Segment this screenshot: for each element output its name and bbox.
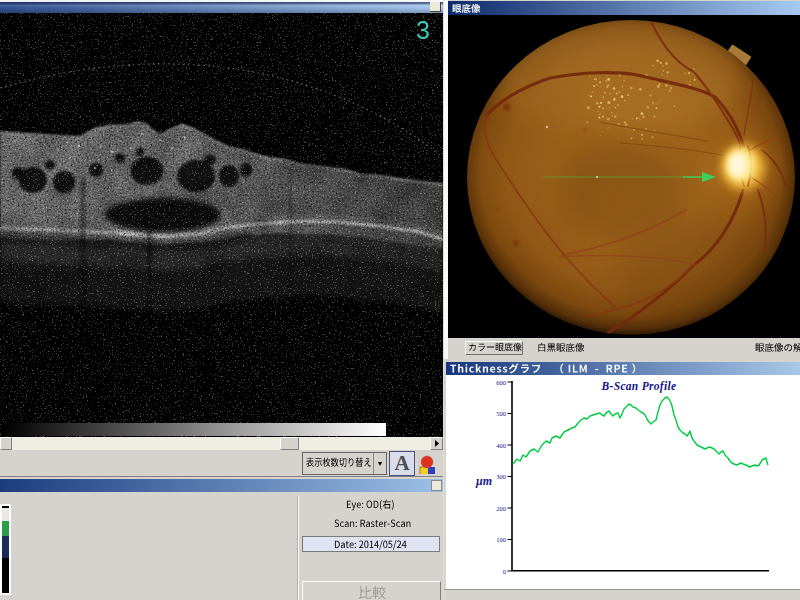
svg-text:500: 500 <box>496 410 506 417</box>
svg-text:200: 200 <box>496 505 506 512</box>
svg-text:B-Scan Profile: B-Scan Profile <box>601 380 677 393</box>
svg-text:0: 0 <box>503 568 506 575</box>
svg-text:600: 600 <box>496 379 506 386</box>
svg-text:400: 400 <box>496 442 506 449</box>
svg-text:100: 100 <box>496 536 506 543</box>
svg-text:μm: μm <box>475 474 492 488</box>
svg-text:300: 300 <box>496 473 506 480</box>
